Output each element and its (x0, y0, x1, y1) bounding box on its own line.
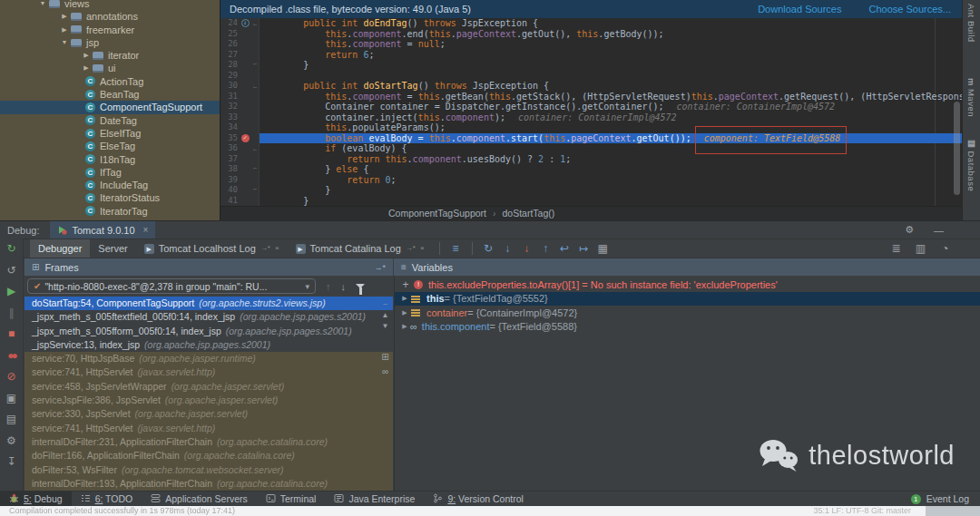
copy-stack-icon[interactable]: ⊞ (381, 352, 388, 362)
line-number[interactable]: 28 (220, 60, 240, 71)
expand-icon[interactable]: ▶ (399, 309, 410, 316)
gutter-marker-slot[interactable] (240, 102, 250, 112)
frame-row[interactable]: serviceJspFile:386, JspServlet(org.apach… (24, 394, 393, 407)
tree-item-beantag[interactable]: CBeanTag (0, 88, 220, 101)
line-number[interactable]: 40 (220, 185, 240, 196)
code-area[interactable]: 24↓⌐ public int doEndTag() throws JspExc… (220, 18, 962, 206)
line-number[interactable]: 31 (220, 92, 240, 102)
gutter-marker-slot[interactable]: ✓ (240, 133, 250, 144)
tree-item-datetag[interactable]: CDateTag (0, 114, 220, 127)
line-number[interactable]: 27 (220, 50, 240, 61)
tab-tomcat-catalina-log[interactable]: ▶Tomcat Catalina Log→*× (288, 239, 433, 258)
tool-stripe-maven[interactable]: mMaven (966, 78, 976, 117)
overhead-icon[interactable]: ◔ (936, 242, 955, 255)
variable-row[interactable]: ▶this = {TextFieldTag@5552} (395, 292, 980, 307)
drop-frame-icon[interactable]: ↩ (555, 242, 574, 255)
close-icon[interactable]: × (420, 239, 425, 258)
override-marker-icon[interactable]: ↓ (241, 19, 250, 27)
scroll-to-end-icon[interactable]: →* (260, 239, 270, 258)
pause-icon[interactable]: ∥ (9, 307, 15, 319)
frame-row[interactable]: internalDoFilter:193, ApplicationFilterC… (24, 477, 393, 491)
statusbar-item-application-servers[interactable]: Application Servers (142, 492, 256, 506)
line-number[interactable]: 25 (220, 29, 240, 40)
collapse-icon[interactable]: – (383, 299, 387, 307)
fold-marker-icon[interactable]: ⌐ (250, 81, 260, 92)
fold-marker-icon[interactable]: ⌐ (250, 143, 260, 154)
tree-item-annotations[interactable]: ▶annotations (0, 10, 220, 23)
expand-icon[interactable]: ▶ (399, 295, 410, 302)
prev-frame-icon[interactable]: ↑ (326, 281, 331, 292)
frame-row[interactable]: _jspx_meth_s_005fform_005f0:14, index_js… (24, 325, 393, 338)
restore-layout-icon[interactable]: ▤ (6, 414, 16, 425)
frame-row[interactable]: _jspx_meth_s_005ftextfield_005f0:14, ind… (24, 310, 393, 324)
thread-selector[interactable]: ✔ "http-nio-8080-exec-8"@2,378 in group … (27, 278, 316, 294)
run-to-cursor-icon[interactable]: ↦ (574, 242, 593, 255)
editor-scrollbar[interactable] (954, 102, 960, 195)
event-log-item[interactable]: 1Event Log (911, 493, 969, 504)
frame-row[interactable]: service:741, HttpServlet(javax.servlet.h… (24, 422, 393, 435)
fold-marker-icon[interactable]: ⌐ (250, 18, 260, 29)
tree-collapsed-icon[interactable]: ▶ (58, 10, 71, 23)
tool-stripe-database[interactable]: ▤Database (966, 138, 976, 191)
frame-row[interactable]: internalDoFilter:231, ApplicationFilterC… (24, 435, 393, 449)
breadcrumb-method[interactable]: doStartTag() (503, 208, 555, 219)
scroll-to-end-icon[interactable]: →* (406, 239, 416, 258)
tree-item-actiontag[interactable]: CActionTag (0, 75, 220, 88)
gutter-marker-slot[interactable] (240, 196, 250, 207)
variable-row[interactable]: ▶container = {ContainerImpl@4572} (395, 306, 980, 320)
line-number[interactable]: 29 (220, 71, 240, 82)
line-number[interactable]: 30 (220, 81, 240, 92)
minimize-icon[interactable]: — (934, 225, 944, 236)
tool-stripe-ant-build[interactable]: Ant Build (966, 4, 976, 43)
scroll-up-icon[interactable]: ▲ (382, 311, 389, 319)
gutter-marker-slot[interactable] (240, 154, 250, 165)
tree-item-iftag[interactable]: CIfTag (0, 166, 220, 179)
frame-row[interactable]: service:330, JspServlet(org.apache.jaspe… (24, 407, 393, 421)
refresh-classes-icon[interactable]: ↺ (6, 265, 15, 277)
frame-row[interactable]: _jspService:13, index_jsp(org.apache.jsp… (24, 338, 393, 352)
tree-collapsed-icon[interactable]: ▶ (58, 24, 71, 36)
gutter-marker-slot[interactable] (240, 143, 250, 154)
tree-item-jsp[interactable]: ▼jsp (0, 36, 220, 49)
tree-item-ui[interactable]: ▶ui (0, 62, 220, 74)
expand-icon[interactable]: ▶ (399, 323, 410, 330)
threads-view-icon[interactable]: ≣ (887, 242, 906, 255)
view-breakpoints-icon[interactable]: ●● (7, 350, 15, 362)
memory-view-icon[interactable]: ▥ (911, 242, 930, 255)
statusbar-item-9-version-control[interactable]: 9: Version Control (424, 492, 532, 506)
variable-row[interactable]: ▶∞this.component = {TextField@5588} (395, 320, 980, 335)
statusbar-item-terminal[interactable]: Terminal (257, 492, 326, 506)
resume-icon[interactable]: ▶ (7, 286, 15, 297)
tree-item-freemarker[interactable]: ▶freemarker (0, 24, 220, 36)
force-step-into-icon[interactable]: ↓ (517, 242, 536, 255)
pin-icon[interactable]: ↧ (6, 456, 15, 468)
gear-icon[interactable]: ⚙ (905, 224, 914, 236)
gutter-marker-slot[interactable] (240, 81, 250, 92)
frame-row[interactable]: doFilter:53, WsFilter(org.apache.tomcat.… (24, 463, 393, 477)
gutter-marker-slot[interactable] (240, 29, 250, 40)
tree-collapsed-icon[interactable]: ▶ (80, 49, 93, 62)
tree-collapsed-icon[interactable]: ▶ (80, 62, 93, 74)
tree-item-elsetag[interactable]: CElseTag (0, 140, 220, 152)
gutter-marker-slot[interactable] (240, 39, 250, 50)
tree-item-iterator[interactable]: ▶iterator (0, 49, 220, 62)
tree-item-i18ntag[interactable]: CI18nTag (0, 153, 220, 166)
thread-dump-icon[interactable]: ▣ (6, 393, 16, 404)
frame-row[interactable]: service:458, JspServletWrapper(org.apach… (24, 380, 393, 394)
statusbar-item-6-todo[interactable]: 6: TODO (72, 492, 142, 506)
step-over-icon[interactable]: ↻ (479, 242, 498, 255)
tree-item-includetag[interactable]: CIncludeTag (0, 179, 220, 191)
gutter-marker-slot[interactable] (240, 112, 250, 123)
settings-icon[interactable]: ⚙ (6, 435, 16, 447)
breakpoint-icon[interactable]: ✓ (241, 134, 250, 142)
close-icon[interactable]: × (275, 239, 279, 258)
line-number[interactable]: 24 (220, 18, 240, 29)
tree-item-views[interactable]: ▼views (0, 0, 220, 10)
layout-settings-icon[interactable]: ≡ (446, 242, 466, 255)
evaluate-expression-icon[interactable]: ▦ (593, 242, 612, 255)
tab-debugger[interactable]: Debugger (30, 239, 90, 258)
gutter-marker-slot[interactable] (240, 164, 250, 175)
add-watch-icon[interactable]: + (399, 278, 412, 291)
fold-marker-icon[interactable]: ⌐ (250, 60, 260, 71)
line-number[interactable]: 26 (220, 39, 240, 50)
